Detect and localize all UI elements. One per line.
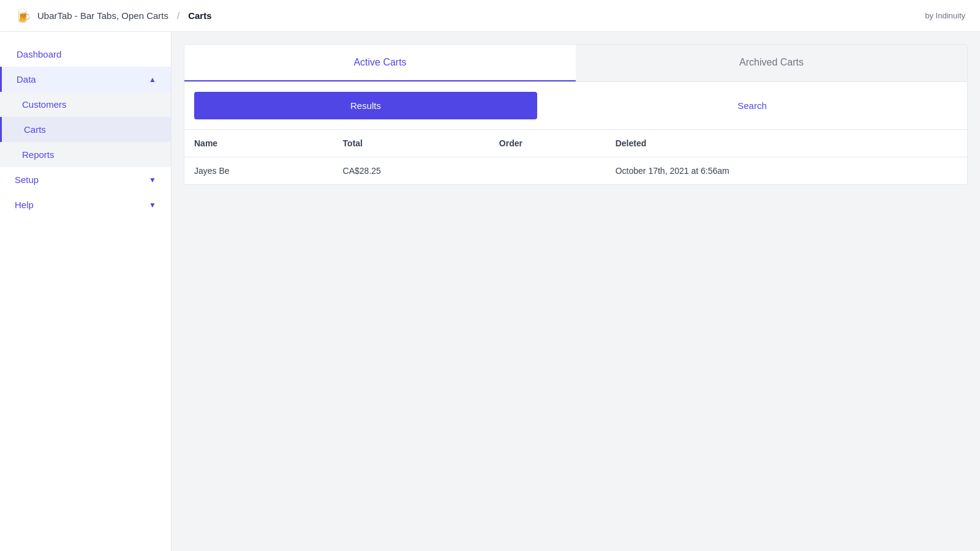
cell-total: CA$28.25 <box>333 157 489 185</box>
main-layout: Dashboard Data ▲ Customers Carts Reports… <box>0 32 980 551</box>
sidebar-item-carts-label: Carts <box>24 124 46 135</box>
sidebar-submenu-data: Customers Carts Reports <box>0 92 171 167</box>
cell-name: Jayes Be <box>184 157 333 185</box>
sidebar-item-carts[interactable]: Carts <box>0 117 171 142</box>
cart-tabs: Active Carts Archived Carts <box>184 44 968 82</box>
sidebar-item-setup[interactable]: Setup ▼ <box>0 167 171 192</box>
results-button[interactable]: Results <box>194 92 537 119</box>
sidebar-item-help[interactable]: Help ▼ <box>0 192 171 217</box>
app-icon: 🍺 <box>15 8 31 24</box>
breadcrumb-current: Carts <box>188 10 211 21</box>
sidebar-item-data-label: Data <box>17 74 36 84</box>
tab-archived-carts[interactable]: Archived Carts <box>576 45 967 81</box>
table-body: Jayes BeCA$28.25October 17th, 2021 at 6:… <box>184 157 967 185</box>
sidebar-item-dashboard[interactable]: Dashboard <box>0 42 171 67</box>
sidebar-item-reports-label: Reports <box>22 149 55 160</box>
tab-active-carts-label: Active Carts <box>353 57 406 67</box>
help-expand-icon: ▼ <box>149 201 156 209</box>
sidebar-item-help-label: Help <box>15 200 34 210</box>
main-content: Active Carts Archived Carts Results Sear… <box>172 32 980 551</box>
sidebar-item-reports[interactable]: Reports <box>0 142 171 167</box>
sidebar-item-dashboard-label: Dashboard <box>17 49 61 59</box>
table-header: Name Total Order Deleted <box>184 130 967 157</box>
col-total: Total <box>333 130 489 157</box>
col-order: Order <box>489 130 606 157</box>
app-header: 🍺 UbarTab - Bar Tabs, Open Carts / Carts… <box>0 0 980 32</box>
cell-deleted: October 17th, 2021 at 6:56am <box>606 157 967 185</box>
col-deleted: Deleted <box>606 130 967 157</box>
sidebar-item-data[interactable]: Data ▲ <box>0 67 171 92</box>
tab-archived-carts-label: Archived Carts <box>739 57 804 67</box>
sidebar: Dashboard Data ▲ Customers Carts Reports… <box>0 32 172 551</box>
brand-text: by Indinuity <box>925 11 965 20</box>
sidebar-item-customers[interactable]: Customers <box>0 92 171 117</box>
col-name: Name <box>184 130 333 157</box>
carts-table: Name Total Order Deleted Jayes BeCA$28.2… <box>184 130 967 184</box>
search-link[interactable]: Search <box>547 100 957 111</box>
breadcrumb-separator: / <box>177 10 179 21</box>
content-card: Results Search Name Total Order Deleted … <box>184 82 968 185</box>
sidebar-item-setup-label: Setup <box>15 174 39 185</box>
table-row[interactable]: Jayes BeCA$28.25October 17th, 2021 at 6:… <box>184 157 967 185</box>
data-expand-icon: ▲ <box>149 75 156 84</box>
tab-active-carts[interactable]: Active Carts <box>184 45 576 81</box>
cell-order <box>489 157 606 185</box>
breadcrumb: 🍺 UbarTab - Bar Tabs, Open Carts / Carts <box>15 8 212 24</box>
setup-expand-icon: ▼ <box>149 176 156 184</box>
results-bar: Results Search <box>184 82 967 130</box>
app-name: UbarTab - Bar Tabs, Open Carts <box>37 10 168 21</box>
sidebar-item-customers-label: Customers <box>22 99 67 110</box>
